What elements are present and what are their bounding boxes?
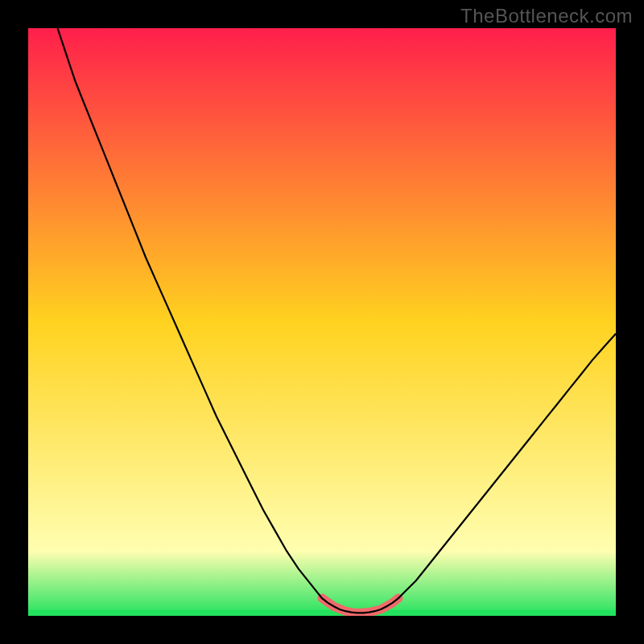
gradient-background [28,28,616,616]
green-band [28,610,616,616]
plot-area [28,28,616,616]
watermark-text: TheBottleneck.com [460,5,633,27]
bottleneck-curve-chart [28,28,616,616]
chart-frame: TheBottleneck.com [0,0,644,644]
